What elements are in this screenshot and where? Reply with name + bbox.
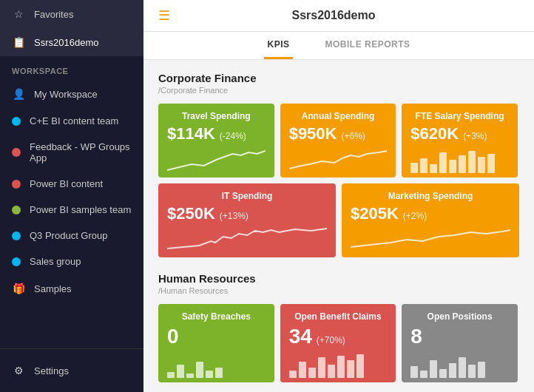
sidebar-item-samples[interactable]: 🎁 Samples bbox=[0, 274, 143, 303]
bar bbox=[347, 360, 354, 378]
workspace-header: Workspace bbox=[0, 56, 143, 80]
dot-icon bbox=[12, 257, 21, 266]
kpi-marketing-spending[interactable]: Marketing Spending $205K (+2%) bbox=[342, 183, 519, 257]
dot-icon bbox=[12, 232, 21, 240]
kpi-change: (+6%) bbox=[341, 131, 365, 141]
kpi-chart bbox=[289, 351, 388, 378]
sidebar-item-power-bi-samples[interactable]: Power BI samples team bbox=[0, 197, 143, 223]
kpi-annual-spending[interactable]: Annual Spending $950K (+6%) bbox=[280, 104, 396, 178]
kpi-safety-breaches[interactable]: Safety Breaches 0 bbox=[158, 304, 274, 382]
sidebar-bottom: ⚙ Settings bbox=[0, 348, 143, 392]
kpi-title: Open Benefit Claims bbox=[289, 311, 388, 322]
bar bbox=[318, 357, 325, 378]
bar bbox=[468, 365, 476, 378]
kpi-value-row: $950K (+6%) bbox=[289, 124, 388, 143]
bar bbox=[420, 371, 427, 378]
kpi-change: (-24%) bbox=[220, 131, 246, 141]
bar-chart bbox=[289, 351, 388, 378]
bar bbox=[430, 360, 437, 378]
bar bbox=[439, 152, 447, 173]
bar bbox=[356, 354, 364, 378]
kpi-value-row: $205K (+2%) bbox=[351, 204, 510, 223]
bar bbox=[478, 157, 485, 173]
header: ☰ Ssrs2016demo bbox=[143, 0, 534, 32]
sidebar-item-power-bi-content[interactable]: Power BI content bbox=[0, 171, 143, 197]
bar bbox=[420, 158, 427, 173]
kpi-value: 0 bbox=[167, 325, 179, 348]
bar bbox=[177, 365, 184, 378]
sidebar-item-label: Feedback - WP Groups App bbox=[30, 141, 132, 163]
bar bbox=[337, 356, 345, 378]
sidebar-item-settings[interactable]: ⚙ Settings bbox=[0, 356, 143, 385]
kpi-value: $950K bbox=[289, 124, 337, 143]
kpi-value-row: $250K (+13%) bbox=[167, 204, 327, 223]
bar-chart bbox=[410, 351, 509, 378]
kpi-change: (+13%) bbox=[220, 211, 249, 221]
bar bbox=[459, 357, 466, 378]
tab-mobile-reports[interactable]: MOBILE REPORTS bbox=[322, 32, 413, 59]
kpi-grid-corporate: Travel Spending $114K (-24%) Annual Spen… bbox=[158, 104, 519, 257]
section-title-hr: Human Resources bbox=[158, 272, 519, 285]
sidebar-item-label: Power BI content bbox=[30, 178, 103, 189]
sidebar: ☆ Favorites 📋 Ssrs2016demo Workspace 👤 M… bbox=[0, 0, 143, 392]
sidebar-item-favorites[interactable]: ☆ Favorites bbox=[0, 0, 143, 28]
sidebar-item-label: Sales group bbox=[30, 256, 81, 267]
kpi-title: Annual Spending bbox=[289, 111, 388, 121]
kpi-change: (+2%) bbox=[403, 211, 427, 221]
kpi-change: (+3%) bbox=[463, 131, 487, 141]
bar bbox=[167, 372, 175, 378]
bar bbox=[186, 374, 194, 378]
settings-icon: ⚙ bbox=[12, 364, 25, 377]
kpi-title: Open Positions bbox=[410, 311, 509, 322]
dot-icon bbox=[12, 180, 21, 189]
sidebar-item-my-workspace[interactable]: 👤 My Workspace bbox=[0, 80, 143, 108]
section-human-resources: Human Resources /Human Resources Safety … bbox=[158, 272, 519, 382]
section-title-corporate: Corporate Finance bbox=[158, 72, 519, 84]
section-corporate-finance: Corporate Finance /Corporate Finance Tra… bbox=[158, 72, 519, 257]
bar bbox=[289, 371, 297, 378]
kpi-open-positions[interactable]: Open Positions 8 bbox=[402, 304, 518, 382]
kpi-title: IT Spending bbox=[167, 191, 327, 201]
kpi-fte-salary[interactable]: FTE Salary Spending $620K (+3%) bbox=[402, 104, 518, 178]
kpi-title: FTE Salary Spending bbox=[410, 111, 509, 121]
sidebar-item-label: Favorites bbox=[34, 9, 73, 20]
sidebar-item-label: Q3 Product Group bbox=[30, 230, 108, 241]
sidebar-item-sales-group[interactable]: Sales group bbox=[0, 249, 143, 274]
kpi-open-benefit-claims[interactable]: Open Benefit Claims 34 (+70%) bbox=[280, 304, 396, 382]
sidebar-item-label: C+E BI content team bbox=[30, 115, 118, 126]
bar bbox=[449, 363, 456, 378]
bar bbox=[410, 366, 418, 378]
kpi-grid-hr: Safety Breaches 0 bbox=[158, 304, 519, 382]
gift-icon: 🎁 bbox=[12, 282, 25, 295]
bar bbox=[206, 371, 213, 378]
bar bbox=[196, 362, 203, 378]
sidebar-item-feedback-groups[interactable]: Feedback - WP Groups App bbox=[0, 134, 143, 171]
kpi-title: Travel Spending bbox=[167, 111, 266, 121]
kpi-it-spending[interactable]: IT Spending $250K (+13%) bbox=[158, 183, 336, 257]
bar bbox=[430, 164, 437, 173]
sidebar-item-label: Samples bbox=[34, 283, 72, 294]
kpi-value-row: 8 bbox=[410, 325, 509, 348]
bar bbox=[487, 154, 495, 173]
kpi-change: (+70%) bbox=[317, 335, 345, 345]
sidebar-item-ssrs[interactable]: 📋 Ssrs2016demo bbox=[0, 28, 143, 56]
bar bbox=[308, 368, 316, 378]
kpi-value: $620K bbox=[410, 124, 459, 143]
kpi-value: $205K bbox=[351, 204, 399, 223]
bar bbox=[328, 365, 335, 378]
sidebar-item-label: Settings bbox=[34, 365, 69, 376]
kpi-value: 8 bbox=[410, 325, 422, 348]
kpi-travel-spending[interactable]: Travel Spending $114K (-24%) bbox=[158, 104, 274, 178]
bar bbox=[410, 163, 418, 173]
sidebar-item-q3-product[interactable]: Q3 Product Group bbox=[0, 223, 143, 249]
bar-chart bbox=[410, 146, 509, 173]
workspace-label: Workspace bbox=[12, 67, 68, 75]
dot-icon bbox=[12, 206, 21, 214]
sidebar-item-ce-bi[interactable]: C+E BI content team bbox=[0, 108, 143, 134]
bar bbox=[299, 362, 306, 378]
tab-kpis[interactable]: KPIS bbox=[264, 32, 292, 59]
content-area: Corporate Finance /Corporate Finance Tra… bbox=[143, 60, 534, 392]
hamburger-icon[interactable]: ☰ bbox=[158, 7, 170, 24]
sidebar-item-label: My Workspace bbox=[34, 89, 98, 100]
star-icon: ☆ bbox=[12, 7, 25, 21]
